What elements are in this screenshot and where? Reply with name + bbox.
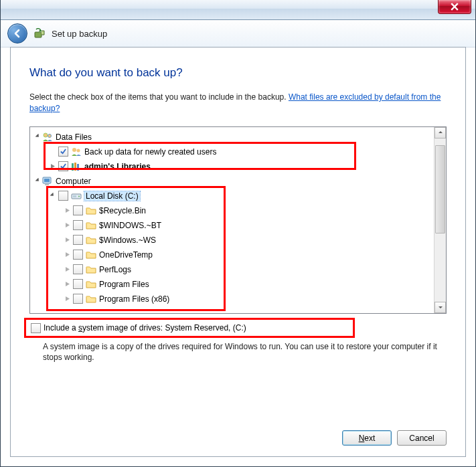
folder-icon: [86, 220, 96, 231]
folder-icon: [86, 279, 96, 290]
checkbox[interactable]: [73, 279, 83, 289]
tree-scroll-area: Data Files Back up data for newly create…: [30, 127, 434, 313]
close-icon: [451, 3, 459, 11]
checkbox[interactable]: [73, 205, 83, 215]
scrollbar[interactable]: [434, 127, 446, 313]
svg-rect-10: [45, 184, 49, 185]
chevron-down-icon: [438, 304, 443, 310]
users-icon: [71, 147, 82, 157]
page-heading: What do you want to back up?: [29, 66, 447, 80]
tree-label: $Recycle.Bin: [99, 206, 146, 215]
tree-view: Data Files Back up data for newly create…: [29, 126, 447, 314]
tree-node-newly-created-users[interactable]: Back up data for newly created users: [30, 145, 434, 159]
users-icon: [42, 132, 53, 143]
tree-node-folder[interactable]: $Recycle.Bin: [30, 203, 434, 218]
scroll-track[interactable]: [434, 138, 446, 302]
svg-point-3: [72, 148, 76, 152]
svg-rect-6: [74, 163, 76, 171]
tree-node-folder[interactable]: $Windows.~WS: [30, 233, 434, 248]
instruction-pre: Select the check box of the items that y…: [29, 92, 289, 102]
checkbox[interactable]: [73, 294, 83, 304]
svg-rect-5: [72, 163, 74, 171]
checkbox[interactable]: [73, 250, 83, 260]
folder-icon: [86, 264, 96, 275]
system-image-checkbox-row[interactable]: Include a system image of drives: System…: [29, 322, 447, 335]
svg-point-2: [48, 134, 52, 137]
wizard-window: Set up backup What do you want to back u…: [0, 0, 476, 467]
nav-title: Set up backup: [34, 28, 107, 39]
svg-rect-13: [73, 195, 76, 197]
computer-icon: [42, 176, 53, 187]
checkbox[interactable]: [73, 264, 83, 274]
folder-icon: [86, 235, 96, 246]
folder-icon: [86, 205, 96, 216]
tree-label: Back up data for newly created users: [84, 147, 216, 157]
back-arrow-icon: [12, 28, 23, 39]
sysimage-description: A system image is a copy of the drives r…: [29, 335, 447, 364]
svg-rect-7: [77, 164, 79, 171]
tree-label: admin's Libraries: [84, 162, 151, 171]
checkbox[interactable]: [73, 235, 83, 245]
svg-point-12: [78, 195, 80, 197]
expander-icon[interactable]: [64, 296, 72, 302]
cancel-button[interactable]: Cancel: [397, 430, 447, 446]
checkbox[interactable]: [58, 147, 68, 157]
svg-point-4: [77, 149, 80, 152]
tree-node-folder[interactable]: PerfLogs: [30, 262, 434, 277]
folder-icon: [86, 250, 96, 260]
scroll-up-button[interactable]: [434, 127, 446, 138]
checkbox[interactable]: [31, 323, 41, 333]
tree-node-folder[interactable]: $WINDOWS.~BT: [30, 218, 434, 233]
footer-buttons: Next Cancel: [342, 430, 447, 446]
scroll-thumb[interactable]: [435, 145, 445, 234]
scroll-down-button[interactable]: [434, 302, 446, 313]
drive-icon: [71, 191, 82, 201]
tree-node-data-files[interactable]: Data Files: [30, 130, 434, 145]
expander-icon[interactable]: [34, 178, 42, 184]
nav-title-text: Set up backup: [52, 29, 107, 39]
expander-icon[interactable]: [64, 252, 72, 258]
content-panel: What do you want to back up? Select the …: [10, 47, 466, 457]
tree-label: Data Files: [56, 132, 92, 142]
libraries-icon: [71, 161, 82, 172]
tree-label: $Windows.~WS: [99, 236, 156, 245]
svg-rect-0: [35, 32, 42, 37]
tree-node-folder[interactable]: OneDriveTemp: [30, 248, 434, 262]
tree-node-admin-libraries[interactable]: admin's Libraries: [30, 159, 434, 174]
tree-node-folder[interactable]: Program Files: [30, 277, 434, 292]
checkbox[interactable]: [58, 191, 68, 201]
next-button[interactable]: Next: [342, 430, 392, 446]
expander-icon[interactable]: [64, 237, 72, 243]
tree-label: PerfLogs: [99, 265, 131, 274]
tree-node-local-disk[interactable]: Local Disk (C:): [30, 189, 434, 203]
expander-icon[interactable]: [64, 281, 72, 287]
expander-icon[interactable]: [49, 163, 57, 169]
instruction-text: Select the check box of the items that y…: [29, 92, 447, 114]
tree-label: OneDriveTemp: [99, 250, 153, 260]
backup-icon: [34, 28, 45, 39]
chevron-up-icon: [438, 130, 443, 135]
svg-rect-9: [44, 179, 50, 182]
tree-node-folder[interactable]: Program Files (x86): [30, 292, 434, 306]
checkbox[interactable]: [58, 161, 68, 171]
tree-label: Local Disk (C:): [84, 191, 140, 201]
close-button[interactable]: [438, 0, 471, 14]
expander-icon[interactable]: [34, 134, 42, 140]
folder-icon: [86, 294, 96, 304]
checkbox[interactable]: [73, 220, 83, 230]
expander-icon[interactable]: [64, 266, 72, 272]
tree-label: Program Files: [99, 280, 149, 289]
expander-icon[interactable]: [64, 207, 72, 213]
expander-icon[interactable]: [49, 193, 57, 199]
tree-label: Computer: [56, 177, 91, 186]
expander-icon[interactable]: [64, 222, 72, 228]
svg-point-1: [44, 133, 48, 137]
tree-label: Program Files (x86): [99, 294, 169, 304]
titlebar: [1, 0, 475, 20]
tree-label: $WINDOWS.~BT: [99, 221, 161, 230]
back-button[interactable]: [7, 23, 27, 43]
tree-node-computer[interactable]: Computer: [30, 174, 434, 189]
nav-bar: Set up backup: [1, 20, 475, 48]
sysimage-section: Include a system image of drives: System…: [29, 322, 447, 335]
sysimage-label: Include a system image of drives: System…: [44, 323, 246, 333]
